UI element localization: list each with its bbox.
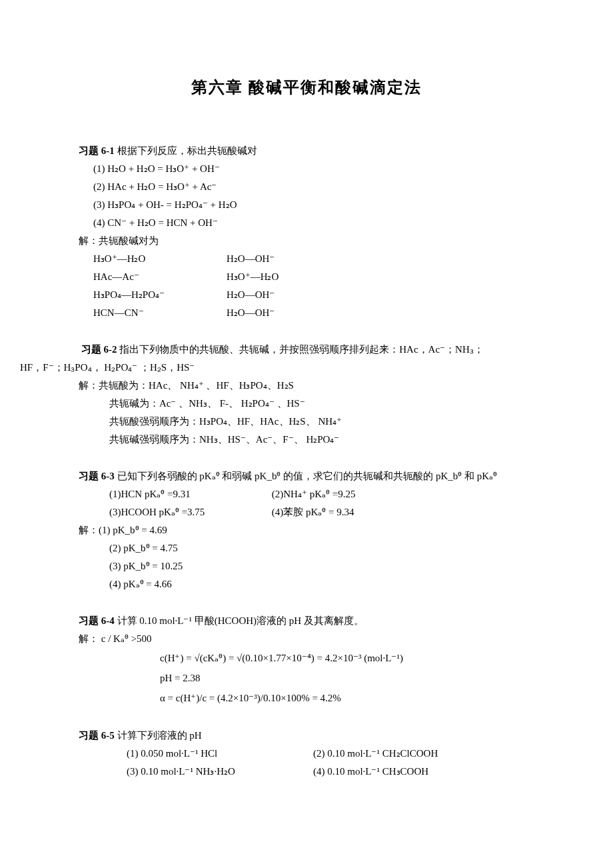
eq-6-1-3: (3) H₃PO₄ + OH- = H₂PO₄⁻ + H₂O — [93, 196, 546, 214]
prompt-6-2a: 指出下列物质中的共轭酸、共轭碱，并按照强弱顺序排列起来：HAc，Ac⁻；NH₃； — [119, 344, 483, 355]
problem-6-5: 习题 6-5 计算下列溶液的 pH (1) 0.050 mol·L⁻¹ HCl … — [67, 727, 546, 781]
ans-6-2-2: 共轭碱为：Ac⁻ 、NH₃、 F-、 H₂PO₄⁻ 、HS⁻ — [109, 395, 546, 413]
formula-6-4-1: c(H⁺) = √(cKₐᶿ) = √(0.10×1.77×10⁻⁴) = 4.… — [160, 648, 546, 668]
formula-6-4-2: pH = 2.38 — [160, 668, 546, 688]
label-6-1: 习题 6-1 — [79, 145, 115, 156]
ans-6-2-3: 共轭酸强弱顺序为：H₃PO₄、HF、HAc、H₂S、 NH₄⁺ — [109, 413, 546, 431]
sol-6-3-2: (2) pK_bᶿ = 4.75 — [109, 539, 546, 557]
eq-6-1-1: (1) H₂O + H₂O = H₃O⁺ + OH⁻ — [93, 160, 546, 178]
pair-4a: HCN—CN⁻ — [93, 304, 227, 322]
problem-6-2: 习题 6-2 指出下列物质中的共轭酸、共轭碱，并按照强弱顺序排列起来：HAc，A… — [67, 341, 546, 449]
sol-6-3-4: (4) pKₐᶿ = 4.66 — [109, 575, 546, 593]
problem-6-1: 习题 6-1 根据下列反应，标出共轭酸碱对 (1) H₂O + H₂O = H₃… — [67, 142, 546, 322]
data-6-3-3: (3)HCOOH pKₐᶿ =3.75 — [109, 503, 269, 521]
item-6-5-1: (1) 0.050 mol·L⁻¹ HCl — [127, 745, 313, 763]
problem-6-4: 习题 6-4 计算 0.10 mol·L⁻¹ 甲酸(HCOOH)溶液的 pH 及… — [67, 612, 546, 708]
pair-1b: H₂O—OH⁻ — [227, 250, 275, 268]
formula-6-4-3: α = c(H⁺)/c = (4.2×10⁻³)/0.10×100% = 4.2… — [160, 688, 546, 708]
eq-6-1-2: (2) HAc + H₂O = H₃O⁺ + Ac⁻ — [93, 178, 546, 196]
eq-6-1-4: (4) CN⁻ + H₂O = HCN + OH⁻ — [93, 214, 546, 232]
prompt-6-2b: HF，F⁻；H₃PO₄， H₂PO₄⁻ ；H₂S，HS⁻ — [20, 359, 546, 377]
pair-1a: H₃O⁺—H₂O — [93, 250, 227, 268]
ans-6-2-1: 解：共轭酸为：HAc、 NH₄⁺ 、HF、H₃PO₄、H₂S — [79, 377, 546, 395]
label-6-3: 习题 6-3 — [79, 471, 115, 481]
prompt-6-3: 已知下列各弱酸的 pKₐᶿ 和弱碱 pK_bᶿ 的值，求它们的共轭碱和共轭酸的 … — [117, 471, 498, 481]
item-6-5-4: (4) 0.10 mol·L⁻¹ CH₃COOH — [313, 763, 428, 781]
pair-2a: HAc—Ac⁻ — [93, 268, 227, 286]
label-6-4: 习题 6-4 — [79, 615, 115, 626]
ans-6-2-4: 共轭碱强弱顺序为：NH₃、HS⁻、Ac⁻、F⁻、 H₂PO₄⁻ — [109, 431, 546, 449]
prompt-6-1: 根据下列反应，标出共轭酸碱对 — [117, 145, 257, 156]
pair-3b: H₂O—OH⁻ — [227, 286, 275, 304]
item-6-5-2: (2) 0.10 mol·L⁻¹ CH₂ClCOOH — [313, 745, 438, 763]
sol-6-3-1: 解：(1) pK_bᶿ = 4.69 — [79, 521, 546, 539]
pair-2b: H₃O⁺—H₂O — [227, 268, 279, 286]
prompt-6-5: 计算下列溶液的 pH — [117, 730, 202, 741]
pair-4b: H₂O—OH⁻ — [227, 304, 275, 322]
data-6-3-4: (4)苯胺 pKₐᶿ = 9.34 — [272, 507, 354, 517]
pair-3a: H₃PO₄—H₂PO₄⁻ — [93, 286, 227, 304]
data-6-3-2: (2)NH₄⁺ pKₐᶿ =9.25 — [272, 489, 356, 499]
item-6-5-3: (3) 0.10 mol·L⁻¹ NH₃·H₂O — [127, 763, 313, 781]
prompt-6-4: 计算 0.10 mol·L⁻¹ 甲酸(HCOOH)溶液的 pH 及其离解度。 — [117, 615, 364, 626]
sol-label-6-1: 解：共轭酸碱对为 — [79, 232, 546, 250]
chapter-title: 第六章 酸碱平衡和酸碱滴定法 — [67, 73, 546, 102]
data-6-3-1: (1)HCN pKₐᶿ =9.31 — [109, 485, 269, 503]
sol-6-3-3: (3) pK_bᶿ = 10.25 — [109, 557, 546, 575]
label-6-5: 习题 6-5 — [79, 730, 115, 741]
sol-6-4-lead: 解： c / Kₐᶿ >500 — [79, 630, 546, 648]
problem-6-3: 习题 6-3 已知下列各弱酸的 pKₐᶿ 和弱碱 pK_bᶿ 的值，求它们的共轭… — [67, 467, 546, 593]
label-6-2: 习题 6-2 — [81, 344, 117, 355]
